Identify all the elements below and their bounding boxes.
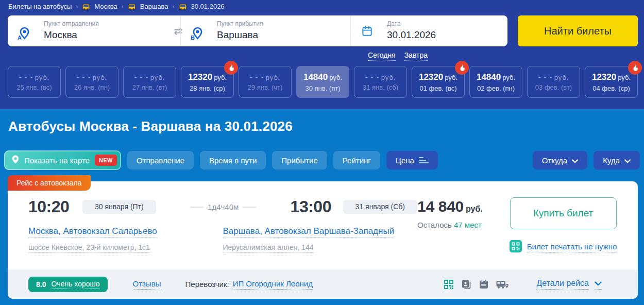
- quick-date-links: Сегодня Завтра: [368, 51, 428, 61]
- calendar-icon: [361, 25, 373, 39]
- departure-date-pill: 30 января (Пт): [82, 200, 156, 214]
- bus-location-icon[interactable]: [496, 279, 509, 290]
- carrier-link[interactable]: ИП Огородник Леонид: [233, 279, 313, 290]
- breadcrumb-separator: ›: [122, 3, 124, 10]
- sort-departure-button[interactable]: Отправление: [127, 151, 194, 170]
- show-on-map-button[interactable]: Показать на карте NEW: [4, 150, 121, 170]
- calendar-day-cell[interactable]: 14840руб.02 фев. (пн): [469, 66, 522, 98]
- breadcrumb: Билеты на автобусы › Москва › Варшава › …: [8, 3, 225, 10]
- header-section: Билеты на автобусы › Москва › Варшава › …: [0, 0, 644, 109]
- sort-rating-button[interactable]: Рейтинг: [333, 151, 380, 170]
- calendar-day-cell[interactable]: - - -руб.25 янв. (вс): [8, 66, 61, 98]
- departure-station-link[interactable]: Москва, Автовокзал Саларьево: [28, 226, 157, 238]
- trip-details-toggle[interactable]: Детали рейса: [536, 279, 602, 290]
- ticket-card-body: 10:20 30 января (Пт) 1д4ч40м 13:00 31 ян…: [8, 181, 638, 255]
- ticket-card-footer: 8.0 Очень хорошо Отзывы Перевозчик: ИП О…: [8, 269, 638, 299]
- departure-field[interactable]: А Пункт отправления Москва: [8, 15, 180, 46]
- cell-date: 25 янв. (вс): [16, 83, 52, 91]
- departure-label: Пункт отправления: [44, 20, 180, 27]
- tomorrow-link[interactable]: Завтра: [404, 51, 428, 61]
- filters-toolbar: Показать на карте NEW Отправление Время …: [4, 150, 640, 170]
- arrival-label: Пункт прибытия: [217, 20, 350, 27]
- map-pin-icon: [12, 155, 19, 165]
- breadcrumb-date: 30.01.2026: [191, 3, 225, 10]
- cell-price: - - -руб.: [249, 73, 280, 81]
- cell-date: 30 янв. (пт): [305, 84, 340, 92]
- route-block: 10:20 30 января (Пт) 1д4ч40м 13:00 31 ян…: [28, 197, 417, 255]
- today-link[interactable]: Сегодня: [368, 51, 396, 61]
- ticket-card: 10:20 30 января (Пт) 1д4ч40м 13:00 31 ян…: [8, 181, 638, 299]
- arrival-time: 13:00: [291, 197, 343, 216]
- calendar-day-cell[interactable]: - - -руб.26 янв. (пн): [65, 66, 118, 98]
- search-form: А Пункт отправления Москва ⇄ В Пункт при…: [8, 15, 507, 46]
- ticket-price: 14 840: [417, 198, 464, 215]
- show-on-map-label: Показать на карте: [24, 156, 90, 165]
- reviews-link[interactable]: Отзывы: [133, 279, 161, 290]
- hot-price-flame-icon: [455, 61, 469, 75]
- date-field[interactable]: Дата 30.01.2026: [350, 15, 507, 46]
- breadcrumb-separator: ›: [173, 3, 175, 10]
- calendar-day-cell[interactable]: - - -руб.31 янв. (сб): [354, 66, 407, 98]
- bus-icon: [128, 4, 136, 11]
- sort-price-button[interactable]: Цена: [386, 151, 438, 170]
- calendar-day-cell[interactable]: 12320руб.01 фев. (вс): [412, 66, 465, 98]
- qr-ticket-icon[interactable]: [444, 279, 454, 290]
- qr-code-icon: [510, 240, 522, 255]
- cell-date: 27 янв. (вт): [132, 83, 167, 91]
- chevron-down-icon: [572, 156, 578, 165]
- departure-input[interactable]: Москва: [44, 29, 180, 41]
- bus-icon: [179, 4, 187, 11]
- breadcrumb-separator: ›: [76, 3, 78, 10]
- map-pin-a-icon: А: [19, 27, 32, 41]
- arrival-station-link[interactable]: Варшава, Автовокзал Варшава-Западный: [223, 226, 395, 238]
- arrival-address[interactable]: Иерусалимская аллея, 144: [223, 243, 314, 253]
- departure-address[interactable]: шоссе Киевское, 23-й километр, 1с1: [28, 243, 150, 253]
- cell-date: 02 фев. (пн): [477, 84, 515, 92]
- documents-icon[interactable]: [461, 279, 471, 290]
- cell-price: - - -руб.: [365, 73, 396, 81]
- trip-duration: 1д4ч40м: [156, 202, 291, 211]
- cell-price: 14840руб.: [477, 72, 515, 82]
- chevron-down-icon: [624, 156, 631, 165]
- new-badge: NEW: [95, 155, 117, 166]
- breadcrumb-root-link[interactable]: Билеты на автобусы: [8, 3, 72, 10]
- carrier-label: Перевозчик:: [185, 280, 229, 289]
- arrival-field[interactable]: В Пункт прибытия Варшава: [180, 15, 350, 46]
- date-label: Дата: [387, 20, 507, 27]
- calendar-day-cell[interactable]: 12320руб.04 фев. (ср): [585, 66, 638, 98]
- sort-duration-button[interactable]: Время в пути: [200, 151, 266, 170]
- ticket-price-currency: руб.: [466, 205, 483, 213]
- map-pin-b-icon: В: [192, 27, 206, 41]
- rating-badge[interactable]: 8.0 Очень хорошо: [28, 277, 108, 292]
- buy-ticket-button[interactable]: Купить билет: [510, 197, 617, 229]
- calendar-day-cell[interactable]: 12320руб.28 янв. (ср): [181, 66, 234, 98]
- calendar-day-cell[interactable]: - - -руб.27 янв. (вт): [123, 66, 176, 98]
- price-block: 14 840руб. Осталось 47 мест: [417, 197, 505, 255]
- search-submit-button[interactable]: Найти билеты: [518, 15, 638, 46]
- date-input[interactable]: 30.01.2026: [387, 29, 507, 41]
- page-title: Автобусы Москва - Варшава на 30.01.2026: [8, 118, 293, 134]
- cell-price: 12320руб.: [419, 72, 457, 82]
- filter-from-dropdown[interactable]: Откуда: [533, 151, 587, 170]
- cell-price: 12320руб.: [188, 72, 227, 82]
- calendar-day-cell[interactable]: - - -руб.03 фев. (вт): [527, 66, 580, 98]
- date-carousel: - - -руб.25 янв. (вс)- - -руб.26 янв. (п…: [8, 66, 638, 98]
- calendar-day-cell[interactable]: - - -руб.29 янв. (чт): [239, 66, 292, 98]
- ticket-feature-icons: [444, 279, 509, 290]
- cell-price: - - -руб.: [538, 73, 569, 81]
- calendar-day-cell[interactable]: 14840руб.30 янв. (пт): [296, 66, 349, 98]
- arrival-input[interactable]: Варшава: [217, 29, 350, 41]
- sort-arrival-button[interactable]: Прибытие: [272, 151, 327, 170]
- cell-price: - - -руб.: [19, 73, 49, 81]
- seats-left: Осталось 47 мест: [417, 221, 505, 229]
- filter-to-dropdown[interactable]: Куда: [594, 151, 640, 170]
- breadcrumb-from-link[interactable]: Москва: [94, 3, 117, 10]
- cell-date: 31 янв. (сб): [363, 83, 398, 91]
- schedule-icon[interactable]: [479, 279, 489, 290]
- breadcrumb-to-link[interactable]: Варшава: [140, 3, 168, 10]
- cell-date: 26 янв. (пн): [74, 83, 110, 91]
- cell-date: 04 фев. (ср): [592, 84, 630, 92]
- eticket-note-link[interactable]: Билет печатать не нужно: [527, 242, 617, 252]
- cell-date: 03 фев. (вт): [535, 83, 572, 91]
- cell-price: 14840руб.: [303, 72, 342, 82]
